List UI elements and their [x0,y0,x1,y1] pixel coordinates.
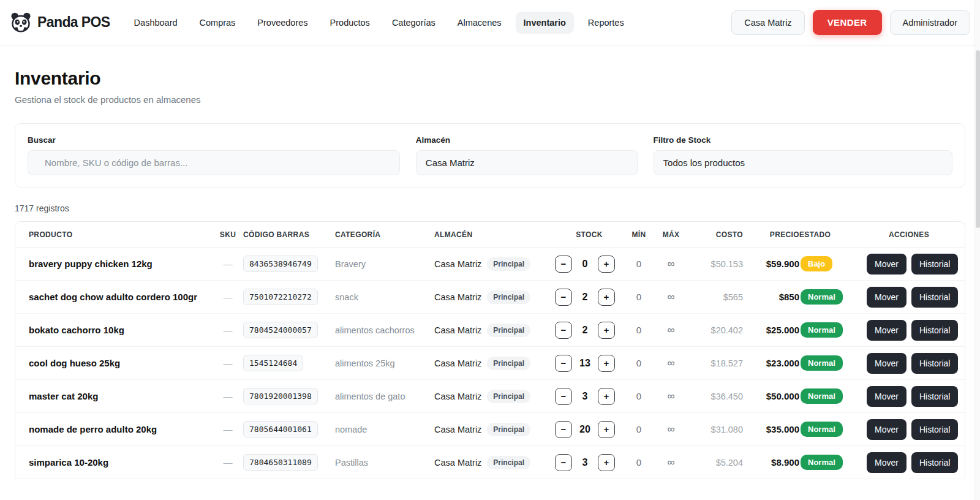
status-badge: Normal [801,422,843,437]
increase-stock-button[interactable]: + [598,454,615,471]
search-input[interactable] [28,150,400,175]
category-name: nomade [335,425,434,434]
page-scrollbar[interactable] [974,0,980,500]
barcode-cell: 7804650311089 [243,454,335,471]
warehouse-name: Casa Matriz [434,458,481,468]
decrease-stock-button[interactable]: − [555,421,572,438]
decrease-stock-button[interactable]: − [555,256,572,273]
price-value: $50.000 [743,391,799,401]
barcode-cell: 7804524000057 [243,322,335,338]
user-button[interactable]: Administrador [890,10,970,35]
history-button[interactable]: Historial [911,386,959,407]
min-stock-value: 0 [624,391,654,401]
move-button[interactable]: Mover [867,320,907,341]
barcode-cell: 1545124684 [243,355,335,371]
stock-filter-select[interactable]: Todos los productos [654,150,952,175]
category-name: Bravery [335,259,434,269]
sku-value: — [213,457,243,468]
cost-value: $36.450 [688,392,743,401]
product-name: master cat 20kg [29,391,213,401]
panda-logo-icon [10,12,32,34]
cost-value: $565 [688,292,743,302]
increase-stock-button[interactable]: + [598,322,615,339]
stock-filter-label: Filtro de Stock [654,135,952,145]
decrease-stock-button[interactable]: − [555,355,572,372]
max-stock-value: ∞ [654,258,688,270]
sku-value: — [213,424,243,434]
move-button[interactable]: Mover [867,452,907,473]
barcode-cell: 8436538946749 [243,256,335,272]
min-stock-value: 0 [624,358,654,368]
status-cell: Normal [799,355,867,371]
warehouse-name: Casa Matriz [434,259,481,269]
price-value: $8.900 [743,457,799,468]
decrease-stock-button[interactable]: − [555,454,572,471]
cost-value: $31.080 [688,425,743,434]
status-badge: Normal [801,455,843,470]
branch-button[interactable]: Casa Matriz [731,10,804,35]
sku-value: — [213,259,243,269]
actions-cell: MoverHistorial [867,353,959,374]
barcode-value: 1545124684 [243,355,303,371]
increase-stock-button[interactable]: + [598,355,615,372]
top-nav-bar: Panda POS DashboardComprasProveedoresPro… [0,0,980,45]
stock-value: 2 [578,292,592,303]
move-button[interactable]: Mover [867,353,907,374]
category-name: alimentos 25kg [335,358,434,368]
increase-stock-button[interactable]: + [598,256,615,273]
table-row: bokato cachorro 10kg—7804524000057alimen… [15,314,965,347]
records-count: 1717 registros [15,203,965,213]
price-value: $59.900 [743,259,799,269]
filters-card: Buscar Almacén Casa Matriz Filtro de Sto… [15,123,965,188]
history-button[interactable]: Historial [911,287,959,308]
history-button[interactable]: Historial [911,353,959,374]
main-nav: DashboardComprasProveedoresProductosCate… [126,12,632,34]
move-button[interactable]: Mover [867,419,907,440]
decrease-stock-button[interactable]: − [555,322,572,339]
cost-value: $18.527 [688,358,743,368]
warehouse-name: Casa Matriz [434,325,481,335]
nav-item-almacenes[interactable]: Almacenes [450,12,510,34]
column-header-sku: SKU [213,230,243,239]
nav-item-inventario[interactable]: Inventario [516,12,574,34]
stock-value: 0 [578,259,592,270]
decrease-stock-button[interactable]: − [555,289,572,306]
move-button[interactable]: Mover [867,386,907,407]
warehouse-filter-group: Almacén Casa Matriz [416,135,638,175]
nav-item-compras[interactable]: Compras [192,12,244,34]
nav-item-categorias[interactable]: Categorías [384,12,443,34]
barcode-value: 7801920001398 [243,388,318,404]
status-cell: Normal [799,322,867,338]
history-button[interactable]: Historial [911,419,959,440]
increase-stock-button[interactable]: + [598,388,615,405]
increase-stock-button[interactable]: + [598,421,615,438]
min-stock-value: 0 [624,325,654,335]
actions-cell: MoverHistorial [867,320,959,341]
history-button[interactable]: Historial [911,452,959,473]
warehouse-badge: Principal [487,257,530,271]
decrease-stock-button[interactable]: − [555,388,572,405]
history-button[interactable]: Historial [911,254,959,275]
move-button[interactable]: Mover [867,254,907,275]
scrollbar-thumb[interactable] [976,50,980,228]
table-row: nomade de perro adulto 20kg—780564400106… [15,413,965,446]
nav-item-proveedores[interactable]: Proveedores [249,12,315,34]
status-badge: Normal [801,355,843,371]
table-row: cool dog hueso 25kg—1545124684alimentos … [15,347,965,380]
cost-value: $50.153 [688,259,743,269]
warehouse-name: Casa Matriz [434,392,481,401]
increase-stock-button[interactable]: + [598,289,615,306]
nav-item-reportes[interactable]: Reportes [580,12,632,34]
barcode-cell: 7801920001398 [243,388,335,404]
nav-item-productos[interactable]: Productos [322,12,378,34]
sku-value: — [213,292,243,302]
sell-button[interactable]: VENDER [813,10,882,35]
move-button[interactable]: Mover [867,287,907,308]
nav-item-dashboard[interactable]: Dashboard [126,12,186,34]
warehouse-select[interactable]: Casa Matriz [416,150,638,175]
table-row: sachet dog chow adulto cordero 100gr—750… [15,281,965,314]
history-button[interactable]: Historial [911,320,959,341]
status-badge: Normal [801,289,843,305]
cost-value: $5.204 [688,458,743,468]
page-subtitle: Gestiona el stock de productos en almace… [15,94,965,105]
